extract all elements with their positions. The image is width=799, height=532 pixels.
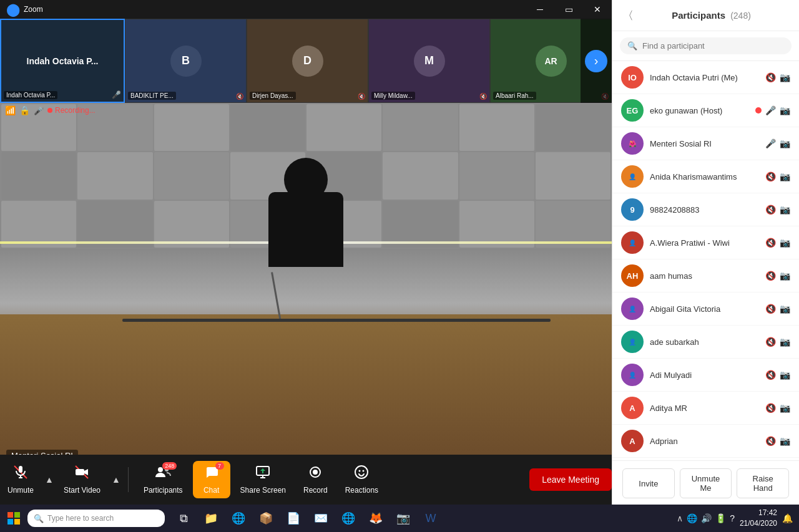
thumb-indah-label: Indah Octavia P... [4, 91, 57, 99]
thumbnail-milly[interactable]: M Milly Mildaw... 🔇 [368, 19, 490, 103]
chat-label: Chat [203, 486, 219, 495]
start-video-label: Start Video [64, 486, 100, 495]
thumb-indah-mic-icon: 🎤 [112, 90, 121, 99]
unmute-chevron[interactable]: ▲ [45, 475, 54, 485]
volume-icon[interactable]: 🔊 [701, 513, 712, 523]
chevron-up-tray-icon[interactable]: ∧ [677, 513, 683, 523]
mic-muted-icon-anida: 🔇 [765, 172, 776, 181]
help-icon[interactable]: ? [730, 513, 735, 523]
participant-icons-menteri: 🎤 📷 [765, 138, 790, 148]
mic-muted-icon-9: 🔇 [765, 205, 776, 215]
search-box: 🔍 [620, 37, 792, 54]
toolbar-separator-1 [128, 467, 129, 492]
file-explorer-icon[interactable]: 📁 [199, 505, 223, 532]
participant-icons-wiwi: 🔇 📷 [765, 238, 790, 248]
mic-muted-icon-ade: 🔇 [765, 337, 776, 347]
date-display: 21/04/2020 [740, 518, 777, 529]
record-indicator: Recording... [47, 106, 96, 115]
panel-footer: Invite Unmute Me Raise Hand [612, 460, 799, 506]
camera-icon[interactable]: 📷 [391, 505, 416, 532]
participant-item-wiwi: 👤 A.Wiera Pratiwi - Wiwi 🔇 📷 [612, 226, 799, 259]
acrobat-icon[interactable]: 📄 [281, 505, 306, 532]
record-label: Record [303, 486, 328, 495]
avatar-aditya: A [621, 397, 644, 419]
video-chevron[interactable]: ▲ [112, 475, 120, 485]
close-button[interactable]: ✕ [583, 0, 612, 19]
mic-muted-icon-aam: 🔇 [765, 271, 776, 281]
video-area: Indah Octavia P... 🎤 Indah Octavia P... … [0, 19, 612, 468]
participant-name-adprian: Adprian [650, 437, 759, 446]
task-view-button[interactable]: ⧉ [171, 505, 196, 532]
svg-rect-5 [76, 469, 84, 475]
unmute-me-button[interactable]: Unmute Me [680, 468, 732, 498]
clock: 17:42 21/04/2020 [740, 508, 777, 529]
video-icon-aditya: 📷 [780, 403, 790, 413]
record-icon [308, 465, 323, 483]
svg-rect-1 [19, 466, 22, 473]
avatar-aam: AH [621, 264, 644, 287]
reactions-button[interactable]: Reactions [338, 461, 386, 498]
chat-badge: 7 [215, 462, 224, 470]
participant-name-wiwi: A.Wiera Pratiwi - Wiwi [650, 238, 759, 248]
taskbar-search[interactable]: 🔍 Type here to search [27, 510, 165, 527]
svg-rect-19 [14, 512, 20, 518]
leave-meeting-button[interactable]: Leave Meeting [529, 468, 612, 491]
video-feed: Menteri Sosial RI [0, 103, 612, 468]
participants-panel-title: Participants (248) [634, 10, 789, 21]
network-icon[interactable]: 🌐 [687, 513, 697, 523]
participants-header: 〈 Participants (248) [612, 0, 799, 31]
share-screen-icon [255, 465, 270, 483]
participant-name-abigail: Abigail Gita Victoria [650, 304, 759, 314]
participants-button[interactable]: 248 Participants [136, 461, 190, 498]
mic-muted-icon-indah: 🔇 [765, 72, 776, 82]
mic-muted-icon-wiwi: 🔇 [765, 238, 776, 248]
participants-icon: 248 [154, 465, 172, 483]
participant-item-ade: 👤 ade subarkah 🔇 📷 [612, 326, 799, 359]
firefox-icon[interactable]: 🦊 [363, 505, 388, 532]
video-icon-menteri: 📷 [780, 138, 790, 148]
mic-muted-icon-adprian: 🔇 [765, 436, 776, 446]
start-video-button[interactable]: Start Video [56, 461, 108, 498]
svg-point-16 [359, 470, 361, 472]
thumbnail-indah[interactable]: Indah Octavia P... 🎤 Indah Octavia P... [0, 19, 125, 103]
panel-collapse-icon[interactable]: 〈 [622, 8, 634, 23]
battery-icon[interactable]: 🔋 [715, 513, 726, 523]
participant-item-abigail: 👤 Abigail Gita Victoria 🔇 📷 [612, 293, 799, 326]
invite-button[interactable]: Invite [622, 468, 675, 498]
avatar-menteri: 🌺 [621, 132, 644, 155]
edge-icon[interactable]: 🌐 [226, 505, 251, 532]
participants-label: Participants [144, 486, 183, 495]
video-scene [0, 103, 612, 468]
record-dot [47, 108, 52, 113]
svg-rect-21 [14, 519, 20, 525]
participant-item-9: 9 98824208883 🔇 📷 [612, 193, 799, 226]
mic-status-icon: 🎤 [34, 106, 44, 115]
word-icon[interactable]: W [418, 505, 443, 532]
tray-icons: ∧ 🌐 🔊 🔋 ? [677, 513, 735, 523]
participant-name-eko: eko gunawan (Host) [650, 106, 749, 115]
participant-item-anida: 👤 Anida Kharismawantims 🔇 📷 [612, 160, 799, 193]
window-title: Zoom [24, 5, 43, 14]
mail-icon[interactable]: ✉️ [308, 505, 333, 532]
thumbnail-next-arrow[interactable]: › [581, 19, 612, 103]
minimize-button[interactable]: ─ [526, 0, 554, 19]
restore-button[interactable]: ▭ [554, 0, 583, 19]
chat-button[interactable]: 7 Chat [193, 461, 230, 498]
share-screen-button[interactable]: Share Screen [233, 461, 293, 498]
record-button[interactable]: Record [296, 461, 335, 498]
participant-name-menteri: Menteri Sosial RI [650, 139, 759, 148]
thumbnail-dirjen[interactable]: D Dirjen Dayas... 🔇 [247, 19, 368, 103]
video-muted-icon-ade: 📷 [780, 337, 790, 347]
windows-taskbar: 🔍 Type here to search ⧉ 📁 🌐 📦 📄 ✉️ 🌐 🦊 📷… [0, 505, 799, 532]
raise-hand-button[interactable]: Raise Hand [737, 468, 789, 498]
start-button[interactable] [0, 505, 27, 532]
unmute-label: Unmute [7, 486, 34, 495]
thumbnail-badiklit[interactable]: B BADIKLIT PE... 🔇 [125, 19, 247, 103]
mic-icon-menteri: 🎤 [765, 138, 776, 148]
chrome-icon[interactable]: 🌐 [336, 505, 361, 532]
notification-icon[interactable]: 🔔 [782, 513, 793, 523]
unmute-button[interactable]: Unmute [0, 461, 41, 498]
dropbox-icon[interactable]: 📦 [253, 505, 278, 532]
search-input[interactable] [642, 41, 784, 51]
participant-name-9: 98824208883 [650, 205, 759, 215]
